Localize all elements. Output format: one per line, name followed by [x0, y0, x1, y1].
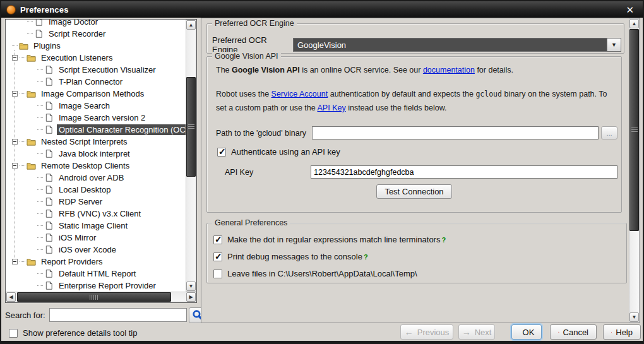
scroll-up-icon[interactable]: ▲: [629, 19, 639, 28]
tree-item[interactable]: Report Providers: [6, 256, 186, 268]
tree-item-label: Enterprise Report Provider: [57, 280, 158, 291]
ocr-engine-value: GoogleVision: [294, 40, 607, 50]
tree-collapse-icon[interactable]: [12, 55, 18, 61]
tree-item[interactable]: Execution Listeners: [6, 52, 186, 64]
tree-hscroll-thumb[interactable]: [17, 292, 171, 302]
panel-vertical-scrollbar[interactable]: ▲ ▼: [629, 18, 640, 323]
auth-api-key-row[interactable]: Authenticate using an API key: [217, 147, 340, 157]
test-connection-button[interactable]: Test Connection: [376, 184, 451, 199]
search-label: Search for:: [5, 311, 45, 320]
tree-item-label: Remote Desktop Clients: [39, 160, 131, 171]
general-preferences-group: General Preferences Make the dot in regu…: [206, 223, 627, 283]
help-question-icon[interactable]: ?: [441, 236, 446, 244]
file-icon: [44, 186, 54, 194]
tree-item-label: Optical Character Recognition (OCR): [57, 124, 186, 135]
file-icon: [44, 66, 54, 74]
search-input[interactable]: [49, 308, 187, 322]
tree-horizontal-scrollbar[interactable]: ◀ ▶: [6, 292, 196, 302]
leave-files-option-row[interactable]: Leave files in C:\Users\Robert\AppData\L…: [213, 269, 417, 278]
tree-item[interactable]: iOS Mirror: [6, 232, 186, 244]
tree-vertical-scrollbar[interactable]: ▲ ▼: [186, 20, 196, 292]
title-bar: Preferences ✕: [1, 1, 643, 18]
api-key-input[interactable]: [311, 165, 617, 179]
documentation-link[interactable]: documentation: [423, 66, 475, 74]
file-icon: [44, 78, 54, 86]
tree-item[interactable]: Image Search: [6, 100, 186, 112]
debug-console-option-row[interactable]: Print debug messages to the console ?: [213, 252, 368, 261]
leave-files-checkbox[interactable]: [213, 270, 222, 278]
tree-item-label: Android over ADB: [57, 172, 126, 183]
group-title: Preferred OCR Engine: [212, 19, 297, 28]
chevron-down-icon[interactable]: ▼: [607, 39, 621, 51]
file-icon: [44, 114, 54, 122]
help-button[interactable]: Help: [603, 324, 641, 340]
folder-icon: [19, 42, 28, 50]
previous-button[interactable]: ← Previous: [400, 324, 453, 340]
tree-item-label: Nested Script Interprets: [39, 136, 129, 147]
scroll-right-icon[interactable]: ▶: [186, 292, 196, 302]
debug-console-checkbox[interactable]: [213, 252, 222, 261]
leave-files-label: Leave files in C:\Users\Robert\AppData\L…: [227, 269, 417, 278]
tree-item[interactable]: Enterprise Report Provider: [6, 280, 186, 292]
api-key-label: API Key: [225, 168, 311, 177]
ocr-engine-select[interactable]: GoogleVision ▼: [293, 38, 621, 52]
tree-item[interactable]: RFB (VNC) v3.x Client: [6, 208, 186, 220]
tree-item[interactable]: Script Execution Visualizer: [6, 64, 186, 76]
tree-vscroll-thumb[interactable]: [186, 77, 196, 177]
search-row: Search for:: [5, 307, 207, 323]
tree-collapse-icon[interactable]: [12, 91, 18, 97]
tree-item[interactable]: Local Desktop: [6, 184, 186, 196]
help-question-icon[interactable]: ?: [364, 253, 368, 261]
auth-api-key-checkbox[interactable]: [217, 148, 226, 157]
gcloud-path-input[interactable]: [312, 126, 599, 139]
scroll-left-icon[interactable]: ◀: [6, 292, 16, 302]
tree-item-label: Static Image Client: [57, 220, 129, 231]
file-icon: [34, 30, 44, 38]
tree-item[interactable]: T-Plan Connector: [6, 76, 186, 88]
tree-item[interactable]: Optical Character Recognition (OCR): [6, 124, 186, 136]
close-icon[interactable]: ✕: [622, 4, 638, 16]
tree-item[interactable]: Java block interpret: [6, 148, 186, 160]
tree-collapse-icon[interactable]: [12, 139, 18, 145]
show-tooltip-checkbox[interactable]: [9, 329, 18, 338]
tree-item[interactable]: Image Comparison Methods: [6, 88, 186, 100]
scroll-up-icon[interactable]: ▲: [186, 20, 196, 30]
tree-item-label: Default HTML Report: [57, 268, 138, 279]
arrow-right-icon: →: [462, 328, 471, 336]
file-icon: [44, 246, 54, 254]
tree-collapse-icon[interactable]: [12, 259, 18, 264]
browse-button[interactable]: ...: [601, 126, 617, 139]
ok-button[interactable]: OK: [511, 324, 542, 340]
no-entry-icon: [558, 328, 559, 337]
tree-item-label: Image Doctor: [47, 20, 100, 27]
preferred-ocr-engine-group: Preferred OCR Engine Preferred OCR Engin…: [206, 23, 624, 54]
tree-item-label: Local Desktop: [57, 184, 112, 195]
tree-item[interactable]: Static Image Client: [6, 220, 186, 232]
regex-dot-option-row[interactable]: Make the dot in regular expressions matc…: [213, 235, 446, 244]
file-icon: [44, 126, 54, 134]
tree-item[interactable]: Nested Script Interprets: [6, 136, 186, 148]
tree-item[interactable]: Image Doctor: [6, 20, 186, 28]
tree-item-label: Plugins: [32, 40, 63, 51]
tree-collapse-icon[interactable]: [12, 163, 18, 169]
cancel-button[interactable]: Cancel: [550, 324, 597, 340]
tree-item[interactable]: Android over ADB: [6, 172, 186, 184]
service-account-link[interactable]: Service Account: [271, 90, 328, 98]
tree-item[interactable]: RDP Server: [6, 196, 186, 208]
api-key-link[interactable]: API Key: [318, 104, 346, 112]
tooltip-option-row[interactable]: Show preference details tool tip: [9, 328, 137, 338]
folder-icon: [27, 162, 36, 170]
file-icon: [44, 198, 54, 206]
tree-item[interactable]: Script Recorder: [6, 28, 186, 40]
tree-item[interactable]: iOS over Xcode: [6, 244, 186, 256]
tree-item[interactable]: Plugins: [6, 40, 186, 52]
next-button[interactable]: → Next: [458, 324, 495, 340]
tree-item[interactable]: Default HTML Report: [6, 268, 186, 280]
scroll-down-icon[interactable]: ▼: [629, 312, 639, 322]
tree-item-label: iOS over Xcode: [57, 244, 118, 255]
scroll-down-icon[interactable]: ▼: [186, 282, 196, 291]
tree-item[interactable]: Remote Desktop Clients: [6, 160, 186, 172]
panel-vscroll-thumb[interactable]: [629, 29, 639, 231]
regex-dot-checkbox[interactable]: [213, 235, 222, 244]
tree-item[interactable]: Image Search version 2: [6, 112, 186, 124]
